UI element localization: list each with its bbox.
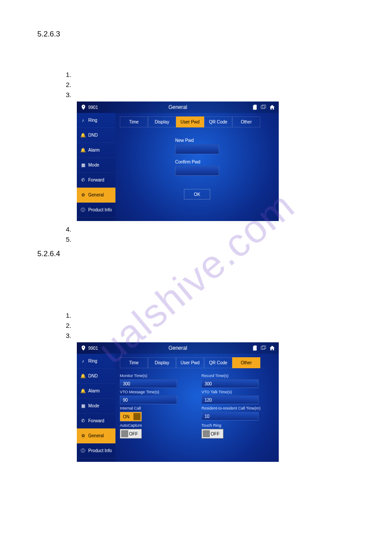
record-time-input[interactable]: 300	[201, 379, 259, 388]
list-item: 1.	[66, 312, 72, 319]
bell2-icon: 🔔	[80, 388, 86, 393]
tab-display[interactable]: Display	[148, 357, 176, 368]
sidebar-item-productinfo[interactable]: ⓘProduct Info	[77, 443, 115, 458]
sidebar-item-dnd[interactable]: 🔔DND	[77, 128, 115, 143]
location-indicator: 9901	[80, 345, 98, 351]
sidebar-item-general[interactable]: ⚙General	[77, 428, 115, 443]
page-title: General	[169, 104, 187, 110]
grid-icon: ▦	[80, 403, 86, 408]
tabs: Time Display User Pwd QR Code Other	[120, 357, 274, 368]
confirm-pwd-label: Confirm Pwd	[175, 160, 219, 164]
windows-icon[interactable]	[260, 104, 266, 110]
tab-other[interactable]: Other	[232, 357, 260, 368]
bell-icon: 🔔	[80, 374, 86, 378]
list-item: 5.	[66, 236, 72, 243]
toggle-label: ON	[123, 414, 129, 419]
phone-icon: ✆	[80, 178, 86, 182]
touch-ring-toggle[interactable]: OFF	[201, 429, 223, 439]
tab-qrcode[interactable]: QR Code	[204, 357, 232, 368]
sidebar-item-label: Alarm	[88, 388, 100, 393]
grid-icon: ▦	[80, 163, 86, 167]
gear-icon: ⚙	[80, 433, 86, 438]
sidebar-item-ring[interactable]: ♪Ring	[77, 354, 115, 369]
tab-qrcode[interactable]: QR Code	[204, 116, 232, 127]
list-item: 3.	[66, 332, 72, 339]
sidebar-item-label: Forward	[88, 178, 104, 182]
section-number: 5.2.6.4	[37, 250, 60, 258]
list-item: 2.	[66, 81, 72, 88]
sidebar-item-label: Forward	[88, 418, 104, 423]
monitor-time-input[interactable]: 300	[120, 379, 177, 388]
info-icon: ⓘ	[80, 207, 86, 213]
monitor-time-label: Monitor Time(s)	[120, 374, 193, 378]
tab-userpwd[interactable]: User Pwd	[176, 357, 204, 368]
tab-userpwd[interactable]: User Pwd	[176, 116, 204, 127]
info-icon: ⓘ	[80, 448, 86, 454]
windows-icon[interactable]	[260, 345, 266, 351]
sidebar-item-label: Product Info	[88, 448, 112, 453]
autocapture-toggle[interactable]: OFF	[120, 429, 142, 439]
room-number: 9901	[88, 346, 98, 351]
toggle-knob	[121, 430, 128, 437]
svg-rect-0	[261, 106, 265, 109]
svg-rect-2	[261, 347, 265, 350]
page-title: General	[169, 345, 187, 351]
sidebar-item-label: DND	[88, 133, 98, 138]
toggle-knob	[203, 430, 210, 437]
toggle-label: OFF	[129, 432, 138, 436]
location-indicator: 9901	[80, 104, 98, 110]
pin-icon	[80, 104, 86, 110]
sdcard-icon[interactable]	[252, 104, 258, 110]
room-number: 9901	[88, 105, 98, 110]
list-item: 2.	[66, 322, 72, 329]
device-screenshot-other: 9901 General ♪Ring 🔔DND 🔔Alarm ▦Mode ✆Fo…	[77, 342, 279, 462]
gear-icon: ⚙	[80, 192, 86, 197]
vto-talk-input[interactable]: 120	[201, 395, 259, 404]
tab-time[interactable]: Time	[120, 116, 148, 127]
tab-other[interactable]: Other	[232, 116, 260, 127]
svg-rect-1	[262, 105, 266, 108]
sidebar-item-mode[interactable]: ▦Mode	[77, 158, 115, 173]
list-item: 3.	[66, 91, 72, 98]
vto-msg-input[interactable]: 90	[120, 395, 177, 404]
sidebar-item-dnd[interactable]: 🔔DND	[77, 369, 115, 384]
tab-display[interactable]: Display	[148, 116, 176, 127]
sidebar-item-ring[interactable]: ♪Ring	[77, 113, 115, 128]
new-pwd-input[interactable]	[175, 145, 219, 154]
bell-icon: 🔔	[80, 133, 86, 138]
sidebar-item-label: Alarm	[88, 148, 100, 152]
note-icon: ♪	[80, 359, 86, 363]
list-item: 4.	[66, 225, 72, 233]
home-icon[interactable]	[269, 345, 275, 351]
toggle-label: OFF	[211, 432, 219, 436]
vto-msg-label: VTO Message Time(s)	[120, 390, 193, 394]
sidebar-item-mode[interactable]: ▦Mode	[77, 399, 115, 414]
sidebar-item-forward[interactable]: ✆Forward	[77, 173, 115, 188]
note-icon: ♪	[80, 118, 86, 123]
toggle-knob	[133, 413, 140, 420]
ok-button[interactable]: OK	[184, 189, 210, 200]
sdcard-icon[interactable]	[252, 345, 258, 351]
phone-icon: ✆	[80, 418, 86, 423]
sidebar-item-label: Product Info	[88, 207, 112, 212]
sidebar-item-label: General	[88, 433, 104, 438]
confirm-pwd-input[interactable]	[175, 166, 219, 176]
sidebar-item-general[interactable]: ⚙General	[77, 188, 115, 203]
sidebar-item-forward[interactable]: ✆Forward	[77, 414, 115, 428]
sidebar-item-alarm[interactable]: 🔔Alarm	[77, 384, 115, 399]
internal-call-toggle[interactable]: ON	[120, 412, 142, 421]
sidebar-item-label: General	[88, 192, 104, 197]
vto-talk-label: VTO Talk Time(s)	[201, 390, 274, 394]
section-number: 5.2.6.3	[37, 30, 60, 39]
res-call-input[interactable]: 10	[201, 412, 259, 421]
sidebar-item-label: Ring	[88, 359, 97, 363]
pin-icon	[80, 345, 86, 351]
sidebar: ♪Ring 🔔DND 🔔Alarm ▦Mode ✆Forward ⚙Genera…	[77, 113, 115, 221]
list-item: 1.	[66, 71, 72, 78]
tab-time[interactable]: Time	[120, 357, 148, 368]
topbar: 9901 General	[77, 102, 279, 113]
sidebar-item-alarm[interactable]: 🔔Alarm	[77, 143, 115, 158]
sidebar-item-label: Mode	[88, 163, 99, 167]
sidebar-item-productinfo[interactable]: ⓘProduct Info	[77, 203, 115, 218]
home-icon[interactable]	[269, 104, 275, 110]
